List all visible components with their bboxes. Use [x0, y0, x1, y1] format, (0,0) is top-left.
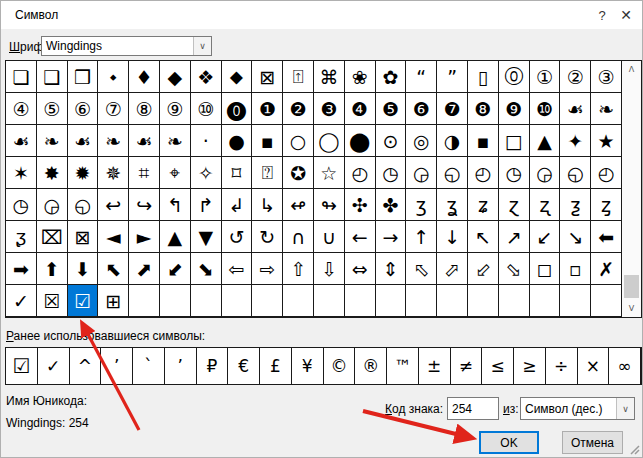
help-button[interactable]: ? [593, 6, 611, 24]
symbol-cell[interactable]: ◷ [6, 189, 37, 221]
symbol-cell[interactable]: ▲ [530, 125, 561, 157]
symbol-cell[interactable]: ◯ [314, 125, 345, 157]
symbol-cell[interactable]: ↺ [222, 221, 253, 253]
symbol-cell[interactable]: ↘ [560, 221, 591, 253]
symbol-cell[interactable]: ↬ [314, 189, 345, 221]
symbol-cell[interactable]: ʒ [406, 189, 437, 221]
symbol-cell[interactable]: ❧ [98, 125, 129, 157]
symbol-cell[interactable] [560, 285, 591, 317]
symbol-cell[interactable]: ✤ [376, 189, 407, 221]
symbol-cell[interactable]: ❽ [468, 93, 499, 125]
symbol-cell[interactable]: ⑨ [160, 93, 191, 125]
symbol-cell[interactable]: ⌑ [222, 157, 253, 189]
symbol-cell[interactable]: ◎ [406, 125, 437, 157]
symbol-cell[interactable]: ⊠ [68, 221, 99, 253]
symbol-cell[interactable]: ↗ [499, 221, 530, 253]
symbol-cell[interactable]: ← [345, 221, 376, 253]
symbol-cell[interactable]: ⬈ [129, 253, 160, 285]
symbol-cell[interactable]: ✵ [98, 157, 129, 189]
symbol-cell[interactable]: ☙ [560, 93, 591, 125]
symbol-cell[interactable]: ⬅ [591, 221, 622, 253]
recent-symbol-cell[interactable]: ™ [387, 348, 419, 384]
symbol-cell[interactable] [129, 285, 160, 317]
symbol-cell[interactable]: ❧ [37, 125, 68, 157]
recent-symbol-cell[interactable]: ± [419, 348, 451, 384]
symbol-cell[interactable]: ʓ [437, 189, 468, 221]
close-button[interactable]: ✕ [617, 6, 635, 24]
symbol-cell[interactable]: ◶ [406, 157, 437, 189]
symbol-cell[interactable]: ↪ [129, 189, 160, 221]
chevron-down-icon[interactable]: ∨ [193, 37, 211, 55]
symbol-cell[interactable]: ❖ [191, 61, 222, 93]
symbol-cell[interactable]: ⬊ [191, 253, 222, 285]
symbol-cell[interactable]: → [376, 221, 407, 253]
symbol-cell[interactable]: ✶ [6, 157, 37, 189]
scroll-down-button[interactable]: ᐯ [622, 300, 641, 317]
symbol-cell[interactable]: ❸ [314, 93, 345, 125]
symbol-cell[interactable]: ȥ [591, 189, 622, 221]
symbol-cell[interactable] [191, 285, 222, 317]
symbol-cell[interactable]: ❏ [6, 61, 37, 93]
symbol-cell[interactable]: ✣ [345, 189, 376, 221]
symbol-cell[interactable]: ⇔ [345, 253, 376, 285]
symbol-cell[interactable]: ② [560, 61, 591, 93]
recent-symbol-cell[interactable]: ₽ [197, 348, 229, 384]
symbol-cell[interactable]: ⓿ [222, 93, 253, 125]
recent-symbol-cell[interactable]: × [578, 348, 610, 384]
symbol-cell[interactable]: ✹ [68, 157, 99, 189]
symbol-cell[interactable]: ↖ [468, 221, 499, 253]
recent-symbol-cell[interactable]: ≠ [451, 348, 483, 384]
symbol-cell[interactable]: ⊞ [98, 285, 129, 317]
resize-grip[interactable] [631, 446, 639, 454]
symbol-cell[interactable]: ► [129, 221, 160, 253]
symbol-cell[interactable]: ⬤ [345, 125, 376, 157]
symbol-cell[interactable]: ↑ [406, 221, 437, 253]
symbol-cell[interactable]: ◵ [68, 189, 99, 221]
symbol-cell[interactable]: ↙ [530, 221, 561, 253]
symbol-cell[interactable]: ① [530, 61, 561, 93]
symbol-cell[interactable]: ◴ [591, 157, 622, 189]
symbol-cell[interactable]: ↱ [191, 189, 222, 221]
symbol-cell[interactable]: ☒ [37, 285, 68, 317]
symbol-cell[interactable]: ✗ [591, 253, 622, 285]
symbol-cell[interactable]: ❷ [283, 93, 314, 125]
symbol-cell[interactable]: ❒ [68, 61, 99, 93]
symbol-cell[interactable]: ↓ [437, 221, 468, 253]
symbol-cell[interactable]: ✿ [376, 61, 407, 93]
recent-symbol-cell[interactable]: ’ [165, 348, 197, 384]
symbol-cell[interactable]: ✪ [283, 157, 314, 189]
symbol-cell[interactable]: ◴ [468, 157, 499, 189]
recent-symbol-cell[interactable]: ’ [101, 348, 133, 384]
symbol-cell[interactable] [252, 285, 283, 317]
recent-symbol-cell[interactable]: £ [260, 348, 292, 384]
symbol-cell[interactable]: ✦ [560, 125, 591, 157]
symbol-cell[interactable]: ⬂ [499, 253, 530, 285]
scrollbar-thumb[interactable] [624, 275, 639, 298]
symbol-cell[interactable]: ④ [6, 93, 37, 125]
symbol-cell[interactable]: ʑ [468, 189, 499, 221]
symbol-cell[interactable]: ❧ [160, 125, 191, 157]
symbol-cell[interactable] [283, 285, 314, 317]
cancel-button[interactable]: Отмена [562, 431, 623, 454]
symbol-cell[interactable]: “ [406, 61, 437, 93]
symbol-cell[interactable]: ⬀ [437, 253, 468, 285]
symbol-cell[interactable]: ⬃ [468, 253, 499, 285]
recent-symbol-cell[interactable]: © [324, 348, 356, 384]
symbol-cell[interactable]: ↳ [252, 189, 283, 221]
symbol-cell[interactable] [591, 285, 622, 317]
symbol-cell[interactable]: ⌧ [37, 221, 68, 253]
symbol-cell[interactable]: ◵ [560, 157, 591, 189]
symbol-cell[interactable]: ⇩ [314, 253, 345, 285]
symbol-cell[interactable]: ▲ [160, 221, 191, 253]
symbol-cell[interactable]: ❿ [530, 93, 561, 125]
symbol-cell[interactable]: ⬥ [222, 61, 253, 93]
symbol-cell[interactable]: ∪ [314, 221, 345, 253]
symbol-cell[interactable]: ⬩ [98, 61, 129, 93]
symbol-cell[interactable]: ▪ [468, 125, 499, 157]
recent-symbol-cell[interactable]: ≥ [514, 348, 546, 384]
symbol-cell[interactable]: ⓪ [499, 61, 530, 93]
symbol-cell[interactable]: ⇨ [252, 253, 283, 285]
symbol-cell[interactable]: ⊠ [252, 61, 283, 93]
recent-symbol-cell[interactable]: ` [133, 348, 165, 384]
symbol-cell[interactable]: ❹ [345, 93, 376, 125]
